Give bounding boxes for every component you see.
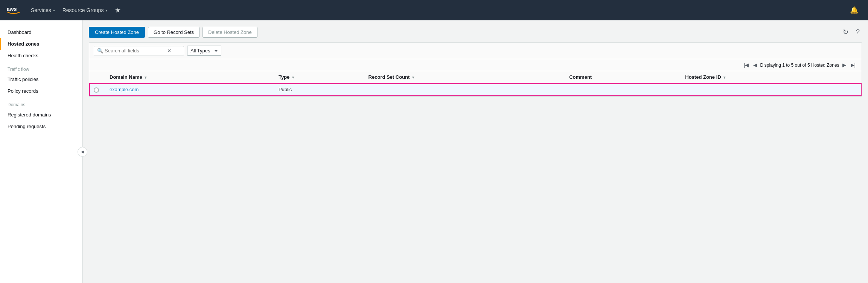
hosted-zones-table: Domain Name ▾ Type ▾ Record Set Count ▾ (89, 71, 862, 96)
sidebar-item-dashboard[interactable]: Dashboard (0, 26, 82, 38)
pagination-info: Displaying 1 to 5 out of 5 Hosted Zones (760, 63, 839, 68)
zone-id-sort-icon: ▾ (723, 75, 725, 80)
radio-cell (89, 83, 105, 96)
sidebar-section-domains: Domains (0, 97, 82, 109)
services-menu[interactable]: Services ▾ (27, 5, 59, 15)
zone-id-cell (681, 83, 862, 96)
th-record-count[interactable]: Record Set Count ▾ (364, 71, 565, 83)
aws-logo: aws (6, 4, 21, 17)
last-page-button[interactable]: ▶| (849, 61, 857, 69)
sidebar-section-traffic: Traffic flow (0, 61, 82, 73)
resource-groups-label: Resource Groups (62, 7, 104, 13)
th-type[interactable]: Type ▾ (274, 71, 364, 83)
table-header-row: Domain Name ▾ Type ▾ Record Set Count ▾ (89, 71, 862, 83)
notifications-icon[interactable]: 🔔 (846, 4, 862, 17)
toolbar: Create Hosted Zone Go to Record Sets Del… (89, 26, 862, 38)
search-clear-icon[interactable]: ✕ (166, 48, 172, 54)
sidebar-item-hosted-zones[interactable]: Hosted zones (0, 38, 82, 50)
sidebar-item-registered-domains[interactable]: Registered domains (0, 109, 82, 121)
bookmarks-icon[interactable]: ★ (111, 4, 125, 17)
domain-name-cell[interactable]: example.com (105, 83, 274, 96)
next-page-button[interactable]: ▶ (841, 61, 848, 69)
sidebar-collapse-btn[interactable]: ◀ (78, 147, 87, 157)
help-button[interactable]: ? (854, 26, 862, 38)
domain-sort-icon: ▾ (145, 75, 146, 80)
th-domain-name[interactable]: Domain Name ▾ (105, 71, 274, 83)
search-input[interactable] (105, 48, 165, 54)
sidebar-item-traffic-policies[interactable]: Traffic policies (0, 73, 82, 85)
search-icon: 🔍 (97, 48, 103, 54)
refresh-button[interactable]: ↻ (841, 26, 851, 38)
services-label: Services (31, 7, 51, 13)
th-comment[interactable]: Comment (565, 71, 681, 83)
th-zone-id[interactable]: Hosted Zone ID ▾ (681, 71, 862, 83)
record-count-cell (364, 83, 565, 96)
comment-cell (565, 83, 681, 96)
top-nav: aws Services ▾ Resource Groups ▾ ★ 🔔 (0, 0, 868, 20)
resource-groups-menu[interactable]: Resource Groups ▾ (59, 5, 111, 15)
table-row[interactable]: example.com Public (89, 83, 862, 96)
delete-hosted-zone-button[interactable]: Delete Hosted Zone (203, 27, 257, 38)
search-bar: 🔍 ✕ All Types Public Private (89, 43, 862, 59)
resource-groups-chevron: ▾ (105, 8, 107, 12)
svg-text:aws: aws (7, 6, 17, 12)
pagination-row: |◀ ◀ Displaying 1 to 5 out of 5 Hosted Z… (89, 59, 862, 71)
type-sort-icon: ▾ (292, 75, 294, 80)
sidebar: ◀ Dashboard Hosted zones Health checks T… (0, 20, 83, 283)
sidebar-item-health-checks[interactable]: Health checks (0, 50, 82, 61)
create-hosted-zone-button[interactable]: Create Hosted Zone (89, 27, 145, 38)
th-radio (89, 71, 105, 83)
go-to-record-sets-button[interactable]: Go to Record Sets (148, 27, 199, 38)
record-count-sort-icon: ▾ (412, 75, 414, 80)
prev-page-button[interactable]: ◀ (752, 61, 758, 69)
sidebar-item-policy-records[interactable]: Policy records (0, 85, 82, 97)
main-content: Create Hosted Zone Go to Record Sets Del… (83, 20, 868, 283)
toolbar-right: ↻ ? (841, 26, 862, 38)
sidebar-item-pending-requests[interactable]: Pending requests (0, 121, 82, 132)
type-cell: Public (274, 83, 364, 96)
search-input-wrapper[interactable]: 🔍 ✕ (94, 46, 184, 55)
hosted-zones-table-container: 🔍 ✕ All Types Public Private |◀ ◀ Displa… (89, 42, 862, 97)
row-radio-button[interactable] (94, 87, 99, 93)
type-filter-select[interactable]: All Types Public Private (187, 46, 221, 56)
services-chevron: ▾ (53, 8, 55, 12)
app-layout: ◀ Dashboard Hosted zones Health checks T… (0, 20, 868, 283)
first-page-button[interactable]: |◀ (742, 61, 750, 69)
